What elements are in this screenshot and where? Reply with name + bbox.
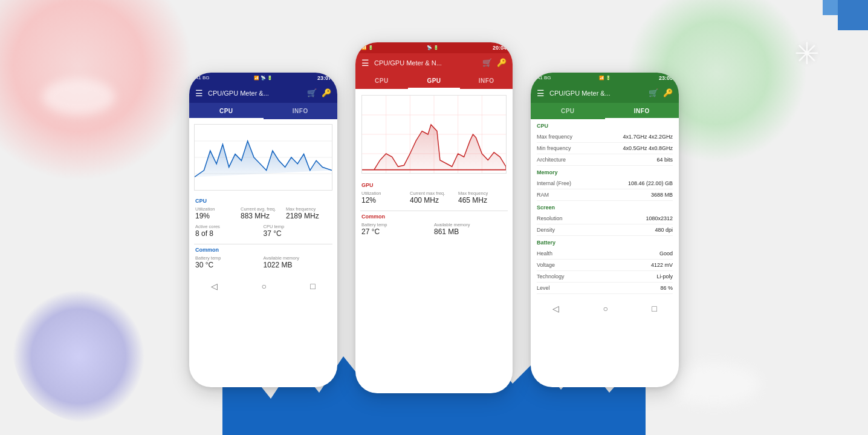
right-status-icons: 📶 🔋 (599, 76, 611, 80)
right-menu-icon[interactable]: ☰ (537, 88, 545, 98)
right-info-internal: Internal (Free) 108.46 (22.00) GB (537, 178, 673, 189)
left-battery-temp-value: 30 °C (195, 261, 264, 269)
center-max-freq-value: 465 MHz (458, 196, 507, 204)
left-max-freq-value: 2189 MHz (286, 212, 331, 220)
right-screen-section-label: Screen (537, 204, 673, 211)
right-cpu-section-label: CPU (537, 123, 673, 129)
left-cpu-grid: Utilization 19% Current avg. freq. 883 M… (195, 206, 331, 220)
right-back-btn[interactable]: ◁ (552, 304, 559, 313)
left-menu-icon[interactable]: ☰ (195, 88, 203, 98)
left-cpu-label: CPU (195, 198, 331, 204)
left-available-memory-label: Available memory (264, 255, 332, 261)
right-app-title: CPU/GPU Meter &... (549, 90, 644, 97)
left-status-icons: 📶 📡 🔋 (254, 76, 273, 80)
snowflake-right-icon: ✳ (794, 36, 820, 71)
center-menu-icon[interactable]: ☰ (361, 58, 369, 68)
right-app-header: ☰ CPU/GPU Meter &... 🛒 🔑 (531, 83, 679, 103)
center-available-memory-value: 861 MB (434, 227, 507, 236)
right-info-health: Health Good (537, 248, 673, 260)
left-app-title: CPU/GPU Meter &... (208, 90, 302, 97)
right-nav-bar: ◁ ○ □ (531, 298, 679, 319)
center-gpu-grid: Utilization 12% Current max freq. 400 MH… (361, 191, 507, 204)
center-tab-cpu[interactable]: CPU (355, 73, 408, 89)
left-available-memory-value: 1022 MB (264, 261, 332, 269)
left-cpu-chart (194, 124, 332, 191)
center-common-stats: Common Battery temp 27 °C Available memo… (355, 211, 513, 242)
left-utilization: Utilization 19% (195, 206, 241, 220)
center-gpu-utilization-value: 12% (361, 196, 410, 204)
right-tab-info[interactable]: INFO (605, 103, 679, 119)
left-max-freq-label: Max frequency (286, 206, 331, 212)
center-settings-icon[interactable]: 🔑 (497, 58, 507, 67)
left-active-cores: Active cores 8 of 8 (195, 224, 264, 238)
center-gpu-label: GPU (361, 182, 507, 188)
right-status-bar: A1 BG 📶 🔋 23:05 (531, 73, 679, 83)
center-common-label: Common (361, 214, 507, 220)
right-info-voltage: Voltage 4122 mV (537, 260, 673, 271)
center-gpu-utilization: Utilization 12% (361, 191, 410, 204)
right-settings-icon[interactable]: 🔑 (663, 88, 673, 97)
center-tab-gpu[interactable]: GPU (408, 73, 461, 89)
left-back-btn[interactable]: ◁ (211, 281, 218, 291)
left-cpu-temp-label: CPU temp (264, 224, 332, 229)
center-available-memory: Available memory 861 MB (434, 222, 507, 236)
blue-square-1 (838, 0, 868, 30)
left-cpu-temp-value: 37 °C (264, 229, 332, 238)
left-avg-freq-label: Current avg. freq. (241, 206, 286, 212)
right-info-arch: Architecture 64 bits (537, 154, 673, 166)
left-available-memory: Available memory 1022 MB (264, 255, 332, 269)
left-battery-temp-label: Battery temp (195, 255, 264, 261)
right-recents-btn[interactable]: □ (652, 304, 656, 313)
right-battery-section-label: Battery (537, 240, 673, 246)
center-time: 20:04 (493, 45, 507, 51)
right-home-btn[interactable]: ○ (603, 304, 608, 313)
right-time: 23:05 (659, 75, 673, 81)
left-tab-bar: CPU INFO (189, 103, 337, 119)
phone-center: 📶 🔋 📡 🔋 20:04 ☰ CPU/GPU Meter & N... 🛒 🔑… (355, 42, 513, 393)
left-active-cores-value: 8 of 8 (195, 229, 264, 238)
left-cpu-grid2: Active cores 8 of 8 CPU temp 37 °C (195, 224, 331, 238)
center-max-freq-label: Max frequency (458, 191, 507, 196)
center-status-icons: 📡 🔋 (427, 45, 439, 50)
left-avg-freq: Current avg. freq. 883 MHz (241, 206, 286, 220)
left-common-stats: Common Battery temp 30 °C Available memo… (189, 244, 337, 275)
right-info-density: Density 480 dpi (537, 224, 673, 236)
left-cart-icon[interactable]: 🛒 (307, 88, 317, 97)
center-battery-temp-label: Battery temp (361, 222, 434, 227)
right-info-level: Level 86 % (537, 283, 673, 294)
left-home-btn[interactable]: ○ (262, 281, 267, 291)
center-tab-info[interactable]: INFO (460, 73, 513, 89)
phone-right: A1 BG 📶 🔋 23:05 ☰ CPU/GPU Meter &... 🛒 🔑… (531, 73, 679, 387)
blue-square-2 (823, 0, 838, 15)
left-status-bar: A1 BG 📶 📡 🔋 23:07 (189, 73, 337, 83)
center-gpu-stats: GPU Utilization 12% Current max freq. 40… (355, 180, 513, 211)
right-info-section: CPU Max frequency 4x1.7GHz 4x2.2GHz Min … (531, 119, 679, 298)
left-tab-cpu[interactable]: CPU (189, 103, 264, 119)
center-app-header: ☰ CPU/GPU Meter & N... 🛒 🔑 (355, 53, 513, 73)
right-info-technology: Technology Li-poly (537, 271, 673, 283)
left-cpu-temp: CPU temp 37 °C (264, 224, 332, 238)
phone-left: A1 BG 📶 📡 🔋 23:07 ☰ CPU/GPU Meter &... 🛒… (189, 73, 337, 387)
left-nav-bar: ◁ ○ □ (189, 275, 337, 297)
right-tab-cpu[interactable]: CPU (531, 103, 605, 119)
right-info-resolution: Resolution 1080x2312 (537, 213, 673, 224)
left-app-header: ☰ CPU/GPU Meter &... 🛒 🔑 (189, 83, 337, 103)
center-tab-bar: CPU GPU INFO (355, 73, 513, 89)
left-common-label: Common (195, 247, 331, 253)
right-info-ram: RAM 3688 MB (537, 189, 673, 201)
center-gpu-chart (361, 95, 507, 174)
center-cart-icon[interactable]: 🛒 (482, 58, 492, 67)
left-recents-btn[interactable]: □ (310, 281, 315, 291)
center-available-memory-label: Available memory (434, 222, 507, 227)
left-utilization-label: Utilization (195, 206, 241, 212)
left-battery-temp: Battery temp 30 °C (195, 255, 264, 269)
center-app-title: CPU/GPU Meter & N... (374, 59, 478, 67)
center-current-max-value: 400 MHz (410, 196, 458, 204)
center-status-bar: 📶 🔋 📡 🔋 20:04 (355, 42, 513, 53)
left-tab-info[interactable]: INFO (264, 103, 338, 119)
left-settings-icon[interactable]: 🔑 (322, 88, 331, 97)
center-common-grid: Battery temp 27 °C Available memory 861 … (361, 222, 507, 236)
right-cart-icon[interactable]: 🛒 (649, 88, 658, 97)
left-common-grid: Battery temp 30 °C Available memory 1022… (195, 255, 331, 269)
left-avg-freq-value: 883 MHz (241, 212, 286, 220)
